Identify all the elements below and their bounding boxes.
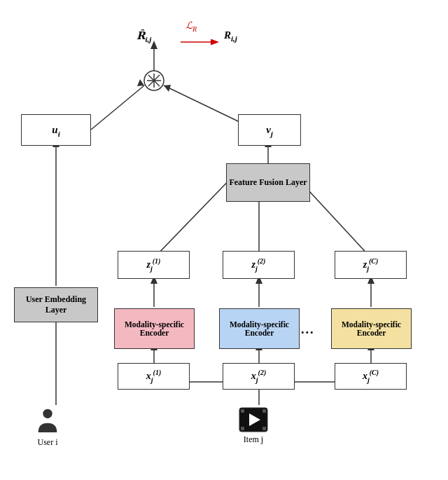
u-i-box: ui	[21, 114, 91, 146]
encoder-c-box: Modality-specific Encoder	[331, 308, 412, 349]
z1-box: zj (1)	[118, 251, 190, 279]
user-figure-svg	[34, 408, 62, 436]
svg-rect-47	[241, 427, 244, 430]
r-hat-label: R̂i,j	[136, 29, 151, 42]
svg-line-22	[154, 171, 238, 258]
encoder-1-box: Modality-specific Encoder	[114, 308, 195, 349]
svg-point-42	[43, 409, 52, 418]
dots-label: ...	[301, 322, 315, 337]
svg-rect-45	[241, 409, 244, 413]
svg-marker-11	[164, 85, 171, 92]
feature-fusion-box: Feature Fusion Layer	[226, 163, 310, 202]
x1-box: xj (1)	[118, 363, 190, 390]
v-j-box: vj	[238, 114, 301, 146]
arrows-svg	[0, 0, 448, 480]
svg-line-4	[148, 75, 160, 86]
loss-label: ℒR	[186, 20, 197, 33]
user-label: User i	[38, 437, 58, 448]
item-figure-svg	[238, 406, 269, 433]
svg-marker-9	[137, 79, 144, 86]
svg-marker-6	[150, 41, 158, 49]
item-icon: Item j	[238, 406, 269, 445]
zc-box: zj (C)	[335, 251, 407, 279]
svg-line-3	[148, 75, 160, 86]
xc-box: xj (C)	[335, 363, 407, 390]
r-ij-label: Ri,j	[224, 29, 237, 41]
encoder-2-box: Modality-specific Encoder	[219, 308, 300, 349]
user-icon: User i	[34, 408, 62, 448]
svg-point-0	[144, 71, 164, 90]
x2-box: xj (2)	[223, 363, 295, 390]
svg-line-8	[91, 85, 144, 130]
svg-rect-48	[262, 427, 266, 430]
diagram: R̂i,j ℒR Ri,j ui vj Feature Fusion Layer…	[0, 0, 448, 480]
item-label: Item j	[244, 434, 263, 445]
user-embedding-box: User Embedding Layer	[14, 287, 98, 322]
z2-box: zj (2)	[223, 251, 295, 279]
svg-rect-46	[262, 409, 266, 413]
